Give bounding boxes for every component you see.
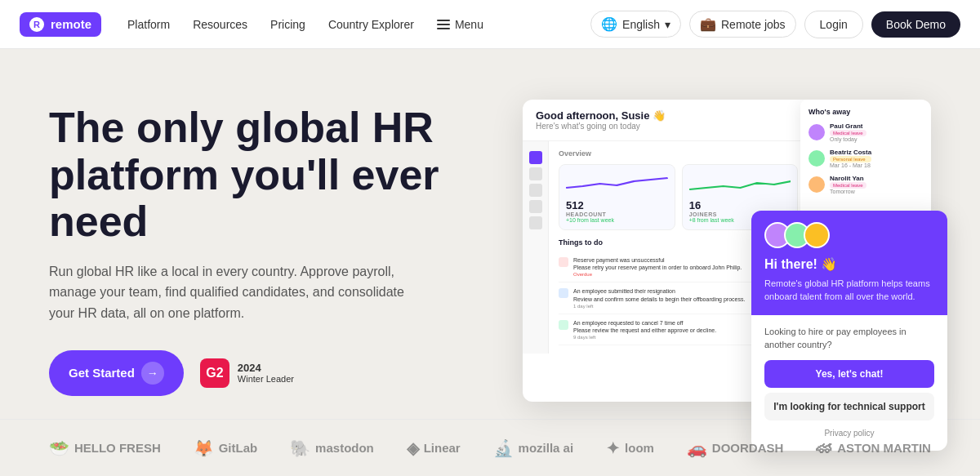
sidebar-icon-calendar [529,184,542,197]
nav-country-explorer[interactable]: Country Explorer [318,11,424,38]
away-name-3: Narolit Yan [830,175,866,182]
logo-gitlab: 🦊 GitLab [194,438,258,458]
away-tag-2: Personal leave [830,156,871,162]
nav-menu[interactable]: Menu [427,11,493,38]
nav-left: R remote Platform Resources Pricing Coun… [20,11,493,38]
headcount-number: 512 [566,199,668,211]
language-selector[interactable]: 🌐 English ▾ [590,11,681,38]
chat-desc1: Remote's global HR platform helps teams … [764,277,934,304]
mastodon-icon: 🐘 [290,438,310,458]
remote-jobs-label: Remote jobs [721,18,786,31]
logo-text: remote [51,17,91,31]
chat-support-button[interactable]: I'm looking for technical support [764,393,934,420]
logo-doordash: 🚗 DOORDASH [687,438,784,458]
todo-detail-3: Please review the request and either app… [573,327,716,335]
loom-label: loom [625,441,654,455]
todo-icon-3 [559,320,568,330]
chat-body: Looking to hire or pay employees in anot… [751,315,947,451]
language-label: English [622,18,660,31]
navbar: R remote Platform Resources Pricing Coun… [0,0,980,49]
linear-label: Linear [424,441,461,455]
sidebar-icon-docs [529,200,542,213]
login-button[interactable]: Login [804,11,863,38]
dashboard-subgreeting: Here's what's going on today [536,122,666,131]
logo-loom: ✦ loom [606,438,654,458]
todo-icon-1 [559,257,568,267]
todo-detail-1: Please retry your reserve payment in ord… [573,264,742,272]
mastodon-label: mastodon [315,441,374,455]
g2-badge: G2 2024 Winter Leader [200,358,294,388]
logo-mozilla: 🔬 mozilla ai [493,438,574,458]
hellofresh-icon: 🥗 [49,438,69,458]
logo-mastodon: 🐘 mastodon [290,438,374,458]
away-date-2: Mar 16 - Mar 18 [830,162,871,168]
menu-label: Menu [455,18,483,31]
gitlab-icon: 🦊 [194,438,214,458]
away-person-1: Paul Grant Medical leave Only today [808,122,923,142]
dashboard-greeting: Good afternoon, Susie 👋 [536,109,666,122]
todo-tag-2: 1 day left [573,304,745,309]
dashboard-sidebar [523,141,549,354]
chat-header: Hi there! 👋 Remote's global HR platform … [751,211,947,315]
sidebar-icon-people [529,167,542,180]
sidebar-icon-home [529,151,542,164]
away-person-2: Beatriz Costa Personal leave Mar 16 - Ma… [808,149,923,168]
todo-text-2: An employee submitted their resignation [573,287,745,296]
hero-left: The only global HR platform you'll ever … [49,105,490,395]
away-avatar-3 [808,176,825,193]
joiners-chart [689,171,791,196]
chat-avatars [764,222,934,248]
nav-platform[interactable]: Platform [118,11,180,38]
logo-linear: ◈ Linear [407,438,461,458]
arrow-icon: → [141,362,164,385]
hellofresh-label: HELLO FRESH [74,441,161,455]
headcount-change: +10 from last week [566,217,668,223]
get-started-label: Get Started [69,366,135,380]
away-tag-3: Medical leave [830,182,866,189]
g2-icon: G2 [200,358,229,388]
headcount-label: HEADCOUNT [566,211,668,217]
briefcase-icon: 💼 [700,16,716,32]
nav-resources[interactable]: Resources [183,11,257,38]
badge-text: 2024 Winter Leader [238,362,294,384]
remote-jobs-link[interactable]: 💼 Remote jobs [689,11,796,38]
linear-icon: ◈ [407,438,419,458]
mozilla-label: mozilla ai [519,441,574,455]
hamburger-icon [437,20,450,29]
chat-message: Looking to hire or pay employees in anot… [764,325,934,352]
todo-icon-2 [559,288,568,298]
chat-yes-button[interactable]: Yes, let's chat! [764,360,934,388]
away-tag-1: Medical leave [830,130,866,136]
doordash-label: DOORDASH [712,441,784,455]
away-date-1: Only today [830,136,866,142]
chevron-down-icon: ▾ [665,18,670,31]
away-name-1: Paul Grant [830,122,866,130]
nav-links: Platform Resources Pricing Country Explo… [118,11,493,38]
nav-right: 🌐 English ▾ 💼 Remote jobs Login Book Dem… [590,11,960,38]
loom-icon: ✦ [606,438,620,458]
book-demo-button[interactable]: Book Demo [871,11,960,38]
doordash-icon: 🚗 [687,438,707,458]
hero-right: Good afternoon, Susie 👋 Here's what's go… [523,100,931,402]
headcount-chart [566,171,668,196]
whos-away-title: Who's away [808,108,923,116]
chat-greeting: Hi there! 👋 [764,256,934,272]
chat-widget: Hi there! 👋 Remote's global HR platform … [751,211,947,451]
logo-icon: R [29,17,44,32]
sidebar-icon-settings [529,216,542,229]
logo[interactable]: R remote [20,12,101,37]
hero-subtitle: Run global HR like a local in every coun… [49,261,408,324]
hero-actions: Get Started → G2 2024 Winter Leader [49,350,490,396]
get-started-button[interactable]: Get Started → [49,350,184,396]
gitlab-label: GitLab [219,441,258,455]
mozilla-icon: 🔬 [493,438,514,458]
away-person-3: Narolit Yan Medical leave Tomorrow [808,175,923,194]
todo-text-1: Reserve payment was unsuccessful [573,256,742,265]
todo-detail-2: Review and confirm some details to begin… [573,296,745,304]
aston-martin-icon: 🏎 [816,438,832,457]
joiners-number: 16 [689,199,791,211]
aston-martin-label: ASTON MARTIN [837,441,931,455]
nav-pricing[interactable]: Pricing [261,11,315,38]
todo-tag-1: Overdue [573,272,742,277]
stat-headcount: 512 HEADCOUNT +10 from last week [559,164,675,230]
